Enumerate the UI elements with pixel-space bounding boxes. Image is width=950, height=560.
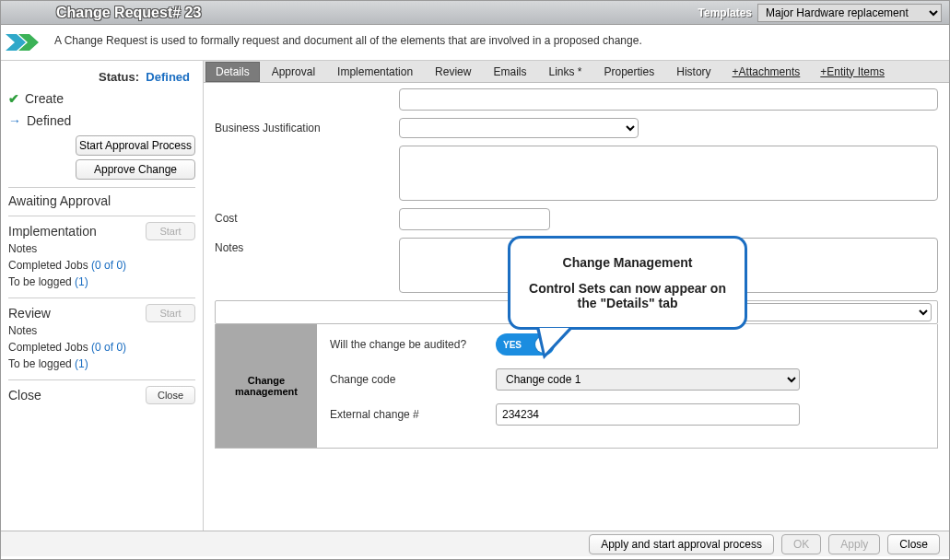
close-title: Close — [8, 388, 41, 402]
tab-bar: Details Approval Implementation Review E… — [204, 61, 949, 83]
control-set-body: Change management Will the change be aud… — [215, 324, 938, 449]
dialog-footer: Apply and start approval process OK Appl… — [1, 531, 949, 556]
workflow-sidebar: Status: Defined ✔ Create → Defined Start… — [1, 61, 204, 531]
check-icon: ✔ — [8, 91, 19, 106]
tab-details[interactable]: Details — [205, 62, 260, 82]
change-code-select[interactable]: Change code 1 — [496, 368, 800, 391]
toggle-value: YES — [503, 340, 522, 350]
control-set-side-label: Change management — [216, 324, 317, 448]
implementation-title: Implementation — [8, 224, 97, 239]
review-title: Review — [8, 306, 51, 321]
close-workflow-button[interactable]: Close — [146, 386, 195, 404]
step-defined: → Defined — [8, 110, 195, 132]
templates-label: Templates — [698, 6, 752, 19]
audited-label: Will the change be audited? — [330, 338, 496, 351]
change-request-icon — [5, 29, 47, 56]
apply-button: Apply — [828, 534, 880, 554]
tab-review[interactable]: Review — [425, 62, 481, 82]
impl-completed[interactable]: Completed Jobs (0 of 0) — [8, 257, 195, 274]
cost-label: Cost — [215, 208, 399, 225]
tab-properties[interactable]: Properties — [594, 62, 665, 82]
callout-title: Change Management — [525, 255, 730, 270]
tab-emails[interactable]: Emails — [483, 62, 536, 82]
approve-change-button[interactable]: Approve Change — [76, 159, 195, 180]
ok-button: OK — [781, 534, 821, 554]
awaiting-approval-title: Awaiting Approval — [8, 193, 111, 208]
notes-label: Notes — [215, 238, 399, 254]
status-line: Status: Defined — [8, 66, 195, 88]
add-control-set-select[interactable] — [720, 303, 932, 321]
external-change-input[interactable] — [496, 403, 800, 426]
apply-start-approval-button[interactable]: Apply and start approval process — [589, 534, 774, 554]
cost-input[interactable] — [399, 208, 550, 230]
review-completed[interactable]: Completed Jobs (0 of 0) — [8, 339, 195, 356]
start-approval-button[interactable]: Start Approval Process — [76, 135, 195, 156]
implementation-start-button: Start — [146, 222, 195, 240]
arrow-right-icon: → — [8, 113, 21, 128]
tab-entity-items[interactable]: +Entity Items — [811, 63, 894, 81]
status-value: Defined — [146, 70, 190, 84]
business-justification-textarea[interactable] — [399, 146, 938, 201]
tab-implementation[interactable]: Implementation — [327, 62, 423, 82]
impl-notes[interactable]: Notes — [8, 240, 195, 257]
description-text: A Change Request is used to formally req… — [47, 29, 650, 52]
callout-bubble: Change Management Control Sets can now a… — [508, 236, 747, 330]
business-justification-select[interactable] — [399, 118, 639, 138]
external-change-label: External change # — [330, 408, 496, 421]
step-create: ✔ Create — [8, 88, 195, 110]
page-title: Change Request# 23 — [56, 5, 698, 21]
change-code-label: Change code — [330, 373, 496, 386]
close-button[interactable]: Close — [887, 534, 940, 554]
tab-attachments[interactable]: +Attachments — [723, 63, 810, 81]
description-banner: A Change Request is used to formally req… — [1, 25, 949, 61]
callout-text: Control Sets can now appear on the "Deta… — [525, 281, 730, 310]
tab-links[interactable]: Links * — [538, 62, 592, 82]
templates-select[interactable]: Major Hardware replacement — [757, 4, 942, 22]
window-header: Change Request# 23 Templates Major Hardw… — [1, 1, 949, 25]
tab-approval[interactable]: Approval — [262, 62, 325, 82]
review-logged[interactable]: To be logged (1) — [8, 356, 195, 372]
review-start-button: Start — [146, 304, 195, 322]
top-textarea[interactable] — [399, 88, 938, 111]
business-justification-label: Business Justification — [215, 118, 399, 134]
tab-history[interactable]: History — [666, 62, 721, 82]
review-notes[interactable]: Notes — [8, 322, 195, 339]
impl-logged[interactable]: To be logged (1) — [8, 274, 195, 290]
